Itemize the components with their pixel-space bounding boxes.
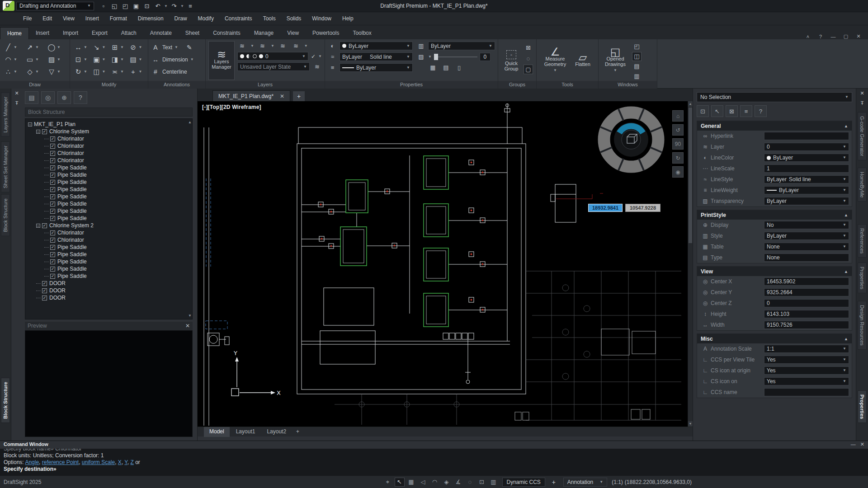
- circle-tool[interactable]: ◯▼: [46, 41, 67, 53]
- view-settings-icon[interactable]: ◉: [672, 166, 684, 178]
- tree-item[interactable]: –✓Chlorine System: [25, 128, 192, 135]
- tree-scroll-up-icon[interactable]: ▲: [188, 120, 192, 124]
- palette-tab-g-code-generator[interactable]: G-code Generator: [858, 112, 867, 160]
- chevron-down-icon[interactable]: ▼: [843, 178, 846, 181]
- transparency-slider[interactable]: [434, 54, 477, 60]
- rotate-ccw-icon[interactable]: ↺: [672, 124, 684, 136]
- tree-checkbox[interactable]: ✓: [50, 173, 55, 178]
- scroll-down-icon[interactable]: ▼: [688, 421, 693, 427]
- menu-window[interactable]: Window: [307, 14, 336, 23]
- collapse-icon[interactable]: –: [36, 130, 40, 134]
- trim-tool[interactable]: ▣▼: [91, 53, 109, 66]
- command-option-link[interactable]: Angle: [25, 459, 39, 465]
- menu-tools[interactable]: Tools: [258, 14, 281, 23]
- tree-checkbox[interactable]: ✓: [50, 267, 55, 272]
- split-tool[interactable]: ◫▼: [91, 66, 109, 78]
- tree-item[interactable]: ✓Chlorinator: [25, 229, 192, 236]
- tree-item[interactable]: –✓Chlorine System 2: [25, 222, 192, 229]
- ribbon-tab-home[interactable]: Home: [0, 27, 29, 39]
- property-field-hyperlink[interactable]: [764, 132, 849, 140]
- help-icon[interactable]: ?: [816, 34, 826, 39]
- lineweight-display-icon[interactable]: ▥: [489, 478, 499, 487]
- collapse-section-icon[interactable]: ▲: [844, 337, 848, 341]
- collapse-ribbon-icon[interactable]: ˄: [803, 34, 813, 39]
- layer-hide-icon[interactable]: ≋: [237, 41, 247, 51]
- select-window-icon[interactable]: ⊠: [726, 105, 738, 117]
- command-history[interactable]: Specify block name» Chlorinator Block un…: [0, 449, 868, 476]
- chevron-down-icon[interactable]: ▼: [843, 223, 846, 227]
- section-header-general[interactable]: General▲: [697, 121, 852, 131]
- ribbon-tab-manage[interactable]: Manage: [247, 27, 280, 39]
- ribbon-tab-constraints[interactable]: Constraints: [206, 27, 247, 39]
- line-tool[interactable]: ╱▼: [3, 41, 24, 53]
- block-list-icon[interactable]: ▤: [25, 91, 38, 104]
- rectangle-tool[interactable]: ▭▼: [24, 53, 45, 66]
- spline-tool[interactable]: ↗▼: [24, 41, 45, 53]
- save-file-icon[interactable]: ▣: [131, 1, 141, 10]
- chevron-down-icon[interactable]: ▼: [84, 58, 87, 61]
- chevron-down-icon[interactable]: ▼: [84, 70, 87, 74]
- close-panel-icon[interactable]: ✕: [859, 90, 866, 96]
- transparency-value[interactable]: 0: [480, 53, 491, 61]
- tree-checkbox[interactable]: ✓: [50, 144, 55, 149]
- viewport-style[interactable]: [2D Wireframe]: [222, 104, 261, 110]
- tree-checkbox[interactable]: ✓: [50, 245, 55, 250]
- close-icon[interactable]: ✕: [854, 33, 863, 39]
- pin-panel-icon[interactable]: Ŧ: [13, 100, 20, 106]
- menu-edit[interactable]: Edit: [38, 14, 57, 23]
- cascade-windows-icon[interactable]: ◰: [632, 42, 642, 51]
- undo-icon[interactable]: ↶: [153, 1, 163, 10]
- entity-grid-icon[interactable]: ▦: [428, 63, 438, 72]
- tile-horizontal-icon[interactable]: ▤: [632, 62, 642, 71]
- tree-item[interactable]: –MKT_IE_P1 Plan: [25, 121, 192, 128]
- help-icon[interactable]: ?: [755, 105, 767, 117]
- tree-checkbox[interactable]: ✓: [42, 129, 47, 134]
- explode-tool[interactable]: +▼: [128, 66, 146, 78]
- selection-combo[interactable]: No Selection ▼: [697, 92, 852, 102]
- dynamic-ccs-button[interactable]: Dynamic CCS: [502, 478, 545, 487]
- layer-state-combo[interactable]: Unsaved Layer State▼: [237, 62, 310, 71]
- dynamic-input-y[interactable]: 10547.9228: [625, 204, 660, 212]
- tile-vertical-icon[interactable]: ▥: [632, 71, 642, 80]
- tree-checkbox[interactable]: ✓: [50, 230, 55, 235]
- workspace-selector[interactable]: Drafting and Annotation ▼: [16, 2, 94, 10]
- section-header-view[interactable]: View▲: [697, 267, 852, 276]
- edit-group-icon[interactable]: ◌: [524, 54, 533, 63]
- tree-item[interactable]: ✓Chlorinator: [25, 150, 192, 157]
- tree-item[interactable]: ✓Pipe Saddle: [25, 171, 192, 178]
- chevron-down-icon[interactable]: ▼: [843, 188, 846, 192]
- linestyle-combo[interactable]: ByLayerSolid line▼: [340, 52, 413, 61]
- ortho-mode-icon[interactable]: ◁: [418, 478, 428, 487]
- section-header-misc[interactable]: Misc▲: [697, 334, 852, 343]
- mirror-tool[interactable]: ◨▼: [109, 53, 127, 66]
- tree-checkbox[interactable]: ✓: [42, 281, 47, 286]
- tree-item[interactable]: ✓Pipe Saddle: [25, 215, 192, 222]
- chevron-down-icon[interactable]: ▼: [57, 46, 61, 49]
- tree-checkbox[interactable]: ✓: [50, 202, 55, 206]
- scale-tool[interactable]: ≍▼: [109, 66, 127, 78]
- tree-item[interactable]: ✓Chlorinator: [25, 157, 192, 164]
- tree-checkbox[interactable]: ✓: [50, 252, 55, 257]
- tree-item[interactable]: ✓Pipe Saddle: [25, 258, 192, 265]
- grid-display-icon[interactable]: ▦: [406, 478, 416, 487]
- weld-tool[interactable]: ⊘▼: [128, 41, 146, 53]
- palette-tab-properties[interactable]: Properties: [858, 263, 867, 293]
- chevron-down-icon[interactable]: ▼: [57, 70, 61, 74]
- tree-checkbox[interactable]: ✓: [50, 187, 55, 192]
- property-field-display[interactable]: No▼: [764, 221, 849, 229]
- arc-tool[interactable]: ◠▼: [3, 53, 24, 66]
- property-field-width[interactable]: 9150.7526: [764, 321, 849, 329]
- chevron-down-icon[interactable]: ▼: [843, 199, 846, 203]
- pointer-pin-icon[interactable]: ⌖: [383, 478, 393, 487]
- entity-tracking-icon[interactable]: ∡: [453, 478, 463, 487]
- chevron-down-icon[interactable]: ▼: [57, 58, 61, 61]
- command-close-icon[interactable]: ✕: [860, 441, 864, 448]
- tree-checkbox[interactable]: ✓: [50, 158, 55, 163]
- property-field-linescale[interactable]: 1: [764, 164, 849, 173]
- property-field-center-x[interactable]: 16453.5902: [764, 277, 849, 286]
- polar-tracking-icon[interactable]: ◠: [430, 478, 440, 487]
- cone-tool[interactable]: ▽▼: [46, 66, 67, 78]
- property-field-ccs-name[interactable]: [764, 388, 849, 396]
- tree-item[interactable]: ✓Pipe Saddle: [25, 193, 192, 200]
- chevron-down-icon[interactable]: ▼: [843, 347, 846, 351]
